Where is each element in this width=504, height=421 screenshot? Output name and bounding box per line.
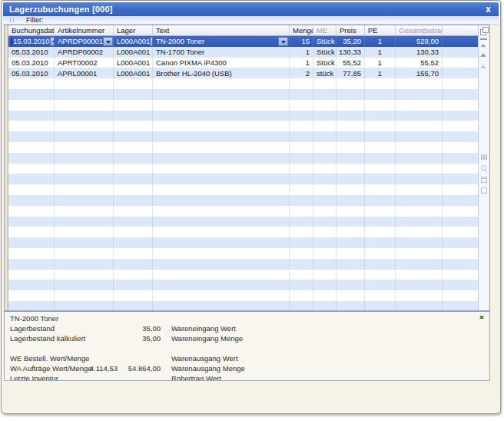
cell-text[interactable]: Brother HL-2040 (USB)	[153, 68, 290, 78]
cell-artikelnummer[interactable]: APRL00001	[55, 68, 114, 78]
detail-row: Letzte Inventur Rohertrag Wert	[10, 373, 489, 381]
cell-pe[interactable]: 1	[365, 58, 396, 68]
cell-menge[interactable]: 1	[290, 47, 313, 58]
chevron-down-icon[interactable]	[278, 37, 288, 46]
cell-artikelnummer[interactable]: APRDP00001	[55, 36, 114, 47]
column-header-gesamtbetrag[interactable]: Gesamtbetrag	[396, 25, 443, 35]
column-header-lager[interactable]: Lager	[114, 25, 153, 35]
detail-value: 54.864,00	[118, 363, 161, 373]
empty-row	[8, 121, 478, 131]
search-icon[interactable]	[481, 165, 486, 171]
cell-text[interactable]: TN-2000 Toner	[153, 36, 290, 47]
empty-row	[8, 195, 478, 206]
detail-value: 4.114,53	[79, 363, 118, 373]
detail-value: 35,00	[118, 333, 161, 343]
cell-preis[interactable]: 35,20	[337, 36, 365, 47]
filter-label: Filter:	[26, 16, 44, 24]
splitter-icon[interactable]	[479, 313, 486, 321]
chevron-down-icon[interactable]	[103, 37, 113, 46]
cell-menge[interactable]: 2	[290, 68, 313, 78]
column-header-preis[interactable]: Preis	[337, 25, 365, 35]
cell-menge[interactable]: 15	[290, 36, 313, 47]
columns-icon[interactable]	[483, 154, 485, 160]
grid-header-row: Buchungsdatum Artikelnummer Lager Text M…	[8, 25, 478, 36]
cell-text[interactable]: TN-1700 Toner	[153, 47, 290, 58]
column-header-filler	[443, 25, 478, 35]
cell-me[interactable]: Stück	[313, 58, 337, 68]
detail-value	[79, 333, 118, 343]
column-header-text[interactable]: Text	[153, 25, 290, 35]
cell-preis[interactable]: 77,85	[337, 68, 365, 78]
detail-value	[118, 343, 161, 353]
cell-artikelnummer[interactable]: APRDP00002	[55, 47, 114, 58]
cell-buchungsdatum[interactable]: 05.03.2010	[8, 47, 55, 58]
table-row[interactable]: 05.03.2010 APRL00001 L000A001 Brother HL…	[8, 68, 478, 78]
detail-value	[118, 353, 161, 363]
cell-gesamtbetrag[interactable]: 55,52	[396, 58, 443, 68]
column-header-menge[interactable]: Menge	[290, 25, 313, 35]
table-row[interactable]: 05.03.2010 APRDP00002 L000A001 TN-1700 T…	[8, 47, 478, 58]
detail-right-label	[171, 343, 489, 353]
grid-side-strip[interactable]	[478, 25, 489, 310]
cell-buchungsdatum[interactable]: 05.03.2010	[8, 58, 55, 68]
detail-right-label: Rohertrag Wert	[171, 373, 489, 381]
title-bar[interactable]: Lagerzubuchungen [000] x	[3, 2, 499, 16]
grid-options-icon[interactable]	[481, 177, 487, 183]
cell-me[interactable]: Stück	[313, 36, 337, 47]
panel-icon[interactable]	[481, 187, 487, 194]
article-detail-panel: TN-2000 Toner Lagerbestand 35,00 Warenei…	[4, 311, 490, 381]
copy-icon[interactable]	[480, 27, 488, 35]
empty-row	[8, 217, 478, 227]
cell-me[interactable]: stück	[313, 68, 337, 78]
detail-row	[10, 343, 489, 353]
cell-lager[interactable]: L000A001	[114, 36, 153, 47]
table-row-selected[interactable]: 15.03.2010 APRDP00001 L000A001 TN-2000 T…	[8, 36, 478, 47]
cell-menge[interactable]: 1	[290, 58, 313, 68]
cell-me[interactable]: Stück	[313, 47, 337, 58]
detail-value	[79, 343, 118, 353]
empty-row	[8, 237, 478, 248]
empty-row	[8, 259, 478, 270]
detail-label	[10, 343, 79, 353]
cell-preis[interactable]: 130,33	[337, 47, 365, 58]
detail-label: Lagerbestand kalkuliert	[10, 333, 79, 343]
filter-bar[interactable]: Filter:	[3, 16, 499, 25]
cell-gesamtbetrag[interactable]: 155,70	[396, 68, 443, 78]
empty-row	[8, 153, 478, 164]
cell-lager[interactable]: L000A001	[114, 68, 153, 78]
scroll-top-icon[interactable]	[480, 38, 487, 47]
detail-value	[79, 323, 118, 333]
empty-row	[8, 301, 478, 310]
cell-pe[interactable]: 1	[365, 68, 396, 78]
detail-label: WE Bestell. Wert/Menge	[10, 353, 79, 363]
close-icon[interactable]: x	[484, 5, 492, 14]
detail-value	[79, 353, 118, 363]
cell-gesamtbetrag[interactable]: 528,00	[396, 36, 443, 47]
cell-text[interactable]: Canon PIXMA iP4300	[153, 58, 290, 68]
cell-preis[interactable]: 55,52	[337, 58, 365, 68]
column-header-artikelnummer[interactable]: Artikelnummer	[55, 25, 114, 35]
detail-value	[118, 373, 161, 381]
cell-buchungsdatum[interactable]: 05.03.2010	[8, 68, 55, 78]
cell-pe[interactable]: 1	[365, 36, 396, 47]
empty-row	[8, 174, 478, 184]
cell-lager[interactable]: L000A001	[114, 58, 153, 68]
cell-gesamtbetrag[interactable]: 130,33	[396, 47, 443, 58]
detail-label: WA Aufträge Wert/Menge	[10, 363, 79, 373]
scroll-up-icon[interactable]	[480, 50, 486, 57]
table-row[interactable]: 05.03.2010 APRT00002 L000A001 Canon PIXM…	[8, 58, 478, 68]
cell-pe[interactable]: 1	[365, 47, 396, 58]
text-cursor	[12, 38, 12, 45]
detail-row: Lagerbestand kalkuliert 35,00 Wareneinga…	[10, 333, 489, 343]
window-title: Lagerzubuchungen [000]	[9, 5, 113, 14]
cell-buchungsdatum[interactable]: 15.03.2010	[8, 36, 55, 47]
cell-artikelnummer[interactable]: APRT00002	[55, 58, 114, 68]
detail-label: Letzte Inventur	[10, 373, 79, 381]
column-header-me[interactable]: ME	[313, 25, 337, 35]
column-header-buchungsdatum[interactable]: Buchungsdatum	[8, 25, 55, 35]
detail-row: Lagerbestand 35,00 Wareneingang Wert	[10, 323, 489, 333]
empty-rows-container	[8, 78, 478, 310]
column-header-pe[interactable]: PE	[365, 25, 396, 35]
scroll-down-icon[interactable]	[480, 61, 486, 68]
cell-lager[interactable]: L000A001	[114, 47, 153, 58]
